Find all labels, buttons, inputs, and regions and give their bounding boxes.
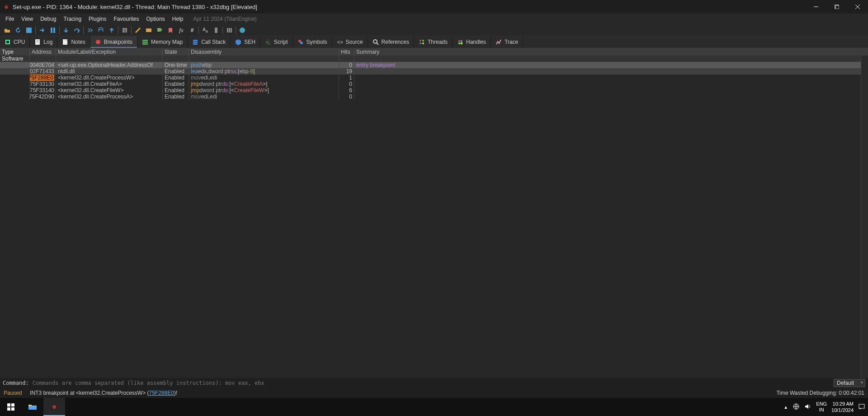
tab-notes[interactable]: Notes: [57, 36, 90, 48]
svg-rect-49: [7, 403, 10, 407]
tab-source[interactable]: <>Source: [332, 36, 368, 48]
svg-point-27: [96, 40, 100, 44]
col-summary[interactable]: Summary: [354, 49, 868, 55]
cpu-icon: [5, 39, 11, 45]
col-module[interactable]: Module/Label/Exception: [56, 49, 163, 55]
svg-point-39: [373, 40, 377, 43]
start-button[interactable]: [0, 398, 22, 416]
breakpoint-table[interactable]: Software0040E704<set-up.exe.OptionalHead…: [0, 56, 861, 378]
command-input[interactable]: [33, 380, 830, 386]
menu-file[interactable]: File: [3, 14, 17, 23]
svg-point-42: [422, 40, 424, 42]
breakpoint-row[interactable]: 75F42D90<kernel32.dll.CreateProcessA>Ena…: [0, 93, 861, 100]
breakpoint-row[interactable]: 75F33140<kernel32.dll.CreateFileW>Enable…: [0, 87, 861, 93]
svg-rect-14: [146, 28, 151, 32]
bp-module: ntdll.dll: [56, 68, 163, 75]
open-icon[interactable]: [2, 25, 13, 35]
trace-into-icon[interactable]: [85, 25, 95, 35]
menu-view[interactable]: View: [19, 14, 36, 23]
maximize-button[interactable]: [826, 0, 847, 14]
breakpoint-row[interactable]: 75F33130<kernel32.dll.CreateFileA>Enable…: [0, 81, 861, 87]
settings-icon[interactable]: [224, 25, 235, 35]
col-hits[interactable]: Hits: [339, 49, 354, 55]
patches-icon[interactable]: [132, 25, 143, 35]
breakpoint-row[interactable]: 75F288E0<kernel32.dll.CreateProcessW>Ena…: [0, 75, 861, 81]
tab-log[interactable]: Log: [30, 36, 57, 48]
bookmarks-icon[interactable]: [165, 25, 176, 35]
menu-debug[interactable]: Debug: [38, 14, 59, 23]
menu-favourites[interactable]: Favourites: [111, 14, 142, 23]
tab-trace[interactable]: Trace: [491, 36, 523, 48]
tray-clock[interactable]: 10:29 AM 10/1/2024: [831, 401, 854, 413]
bp-address: 75F33140: [30, 87, 56, 93]
run-icon[interactable]: [37, 25, 47, 35]
labels-icon[interactable]: [154, 25, 165, 35]
close-button[interactable]: [847, 0, 868, 14]
source-icon: <>: [337, 39, 343, 45]
calls-icon[interactable]: [211, 25, 222, 35]
step-over-icon[interactable]: [71, 25, 82, 35]
status-bar: Paused INT3 breakpoint at <kernel32.Crea…: [0, 388, 868, 398]
bp-hits: 0: [339, 62, 354, 68]
tab-symbols[interactable]: Symbols: [293, 36, 332, 48]
trace-over-icon[interactable]: [95, 25, 106, 35]
svg-rect-30: [142, 43, 148, 45]
breakpoint-row[interactable]: 02F71433ntdll.dllEnabledlea edx,dword pt…: [0, 68, 861, 75]
tab-memory-map[interactable]: Memory Map: [137, 36, 188, 48]
tray-language[interactable]: ENG IN: [816, 401, 827, 413]
taskbar-x32dbg[interactable]: [43, 398, 65, 416]
col-type[interactable]: Type: [0, 49, 30, 55]
menu-plugins[interactable]: Plugins: [86, 14, 109, 23]
menu-tracing[interactable]: Tracing: [61, 14, 85, 23]
vertical-scrollbar[interactable]: [861, 56, 868, 378]
restart-icon[interactable]: [13, 25, 24, 35]
tab-references[interactable]: References: [368, 36, 414, 48]
breakpoints-view: Type Address Module/Label/Exception Stat…: [0, 48, 868, 378]
tab-cpu[interactable]: CPU: [0, 36, 30, 48]
step-into-icon[interactable]: [61, 25, 71, 35]
run-to-user-icon[interactable]: [106, 25, 117, 35]
minimize-button[interactable]: [806, 0, 826, 14]
col-disasm[interactable]: Disassembly: [189, 49, 339, 55]
menu-help[interactable]: Help: [170, 14, 186, 23]
tab-threads[interactable]: Threads: [414, 36, 453, 48]
functions-icon[interactable]: fx: [176, 25, 187, 35]
bp-state: Enabled: [163, 68, 189, 75]
col-state[interactable]: State: [163, 49, 189, 55]
col-address[interactable]: Address: [30, 49, 56, 55]
main-tabs: CPULogNotesBreakpointsMemory MapCall Sta…: [0, 36, 868, 48]
tab-breakpoints[interactable]: Breakpoints: [90, 36, 137, 48]
pause-icon[interactable]: [47, 25, 58, 35]
breakpoint-row[interactable]: 0040E704<set-up.exe.OptionalHeader.Addre…: [0, 62, 861, 68]
tray-chevron-icon[interactable]: ▲: [783, 405, 788, 410]
table-header: Type Address Module/Label/Exception Stat…: [0, 48, 868, 56]
notes-icon: [62, 39, 68, 45]
stop-icon[interactable]: [24, 25, 34, 35]
tray-network-icon[interactable]: [793, 403, 800, 411]
svg-point-19: [240, 28, 245, 33]
window-title: Set-up.exe - PID: 1364 - Module: kernel3…: [13, 4, 806, 10]
breakpoint-address-link[interactable]: 75F288E0: [149, 390, 174, 396]
tab-seh[interactable]: SEH: [231, 36, 260, 48]
references-icon: [373, 39, 379, 45]
tray-notifications-icon[interactable]: [858, 403, 865, 411]
menu-options[interactable]: Options: [143, 14, 167, 23]
variables-icon[interactable]: #: [187, 25, 198, 35]
svg-rect-28: [142, 40, 148, 41]
svg-rect-17: [229, 28, 230, 33]
strings-icon[interactable]: Aa: [200, 25, 211, 35]
tray-volume-icon[interactable]: [804, 403, 811, 411]
windows-taskbar: ▲ ENG IN 10:29 AM 10/1/2024: [0, 398, 868, 416]
handles-icon: [457, 39, 463, 45]
tab-handles[interactable]: Handles: [453, 36, 491, 48]
svg-rect-47: [461, 40, 462, 42]
bp-module: <kernel32.dll.CreateFileW>: [56, 87, 163, 93]
taskbar-explorer[interactable]: [22, 398, 43, 416]
command-mode-combo[interactable]: Default: [834, 379, 865, 387]
script-icon: >_: [265, 39, 271, 45]
scylla-icon[interactable]: S: [119, 25, 130, 35]
tab-call-stack[interactable]: Call Stack: [188, 36, 231, 48]
comments-icon[interactable]: [143, 25, 154, 35]
tab-script[interactable]: >_Script: [260, 36, 293, 48]
online-icon[interactable]: [237, 25, 248, 35]
